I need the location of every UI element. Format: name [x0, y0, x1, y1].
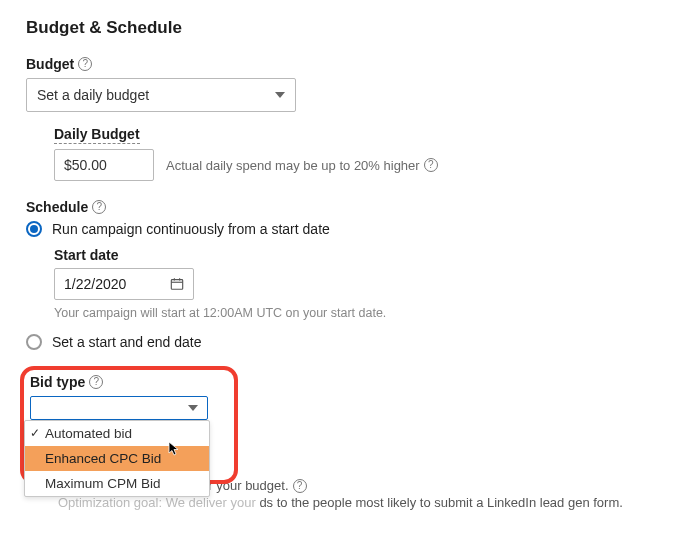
- budget-label-text: Budget: [26, 56, 74, 72]
- start-date-hint: Your campaign will start at 12:00AM UTC …: [54, 306, 674, 320]
- check-icon: ✓: [30, 426, 40, 440]
- bid-option-enhanced-cpc[interactable]: Enhanced CPC Bid: [25, 446, 209, 471]
- help-icon[interactable]: ?: [293, 479, 307, 493]
- help-icon[interactable]: ?: [424, 158, 438, 172]
- help-icon[interactable]: ?: [78, 57, 92, 71]
- radio-start-end-label: Set a start and end date: [52, 334, 201, 350]
- page-title: Budget & Schedule: [26, 18, 674, 38]
- bid-desc-line2a: Optimization goal: We deliver your: [58, 495, 256, 510]
- budget-section: Budget ? Set a daily budget Daily Budget…: [26, 56, 674, 181]
- help-icon[interactable]: ?: [89, 375, 103, 389]
- bid-desc-line2b: ds to the people most likely to submit a…: [259, 495, 622, 510]
- budget-type-select[interactable]: Set a daily budget: [26, 78, 296, 112]
- bid-type-label-text: Bid type: [30, 374, 85, 390]
- start-date-value: 1/22/2020: [64, 276, 126, 292]
- radio-button-icon: [26, 334, 42, 350]
- schedule-section: Schedule ? Run campaign continuously fro…: [26, 199, 674, 350]
- chevron-down-icon: [275, 92, 285, 98]
- bid-type-section: Bid type ? ✓ Automated bid Enhanced CPC …: [26, 368, 674, 516]
- budget-select-value: Set a daily budget: [37, 87, 149, 103]
- radio-start-end[interactable]: Set a start and end date: [26, 334, 674, 350]
- bid-option-automated[interactable]: ✓ Automated bid: [25, 421, 209, 446]
- radio-continuous-label: Run campaign continuously from a start d…: [52, 221, 330, 237]
- daily-budget-hint: Actual daily spend may be up to 20% high…: [166, 158, 438, 173]
- start-date-group: Start date 1/22/2020 Your campaign will …: [54, 247, 674, 320]
- schedule-label: Schedule ?: [26, 199, 674, 215]
- svg-rect-0: [171, 280, 182, 290]
- daily-budget-group: Daily Budget Actual daily spend may be u…: [54, 112, 674, 181]
- daily-budget-input[interactable]: [54, 149, 154, 181]
- bid-option-max-cpm[interactable]: Maximum CPM Bid: [25, 471, 209, 496]
- schedule-label-text: Schedule: [26, 199, 88, 215]
- help-icon[interactable]: ?: [92, 200, 106, 214]
- daily-budget-label: Daily Budget: [54, 126, 140, 144]
- chevron-down-icon: [188, 405, 198, 411]
- start-date-label: Start date: [54, 247, 674, 263]
- radio-button-icon: [26, 221, 42, 237]
- bid-type-label: Bid type ?: [30, 374, 670, 390]
- start-date-input[interactable]: 1/22/2020: [54, 268, 194, 300]
- budget-label: Budget ?: [26, 56, 674, 72]
- bid-type-dropdown: ✓ Automated bid Enhanced CPC Bid Maximum…: [24, 420, 210, 497]
- radio-continuous[interactable]: Run campaign continuously from a start d…: [26, 221, 674, 237]
- calendar-icon: [170, 277, 184, 291]
- bid-type-select[interactable]: [30, 396, 208, 420]
